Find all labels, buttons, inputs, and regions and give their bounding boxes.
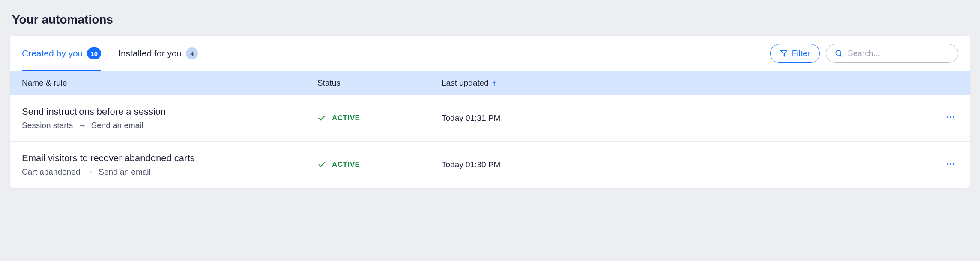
table-header: Name & rule Status Last updated ↑ bbox=[10, 71, 970, 95]
rule-trigger: Session starts bbox=[22, 121, 73, 130]
controls: Filter bbox=[770, 44, 958, 63]
more-horizontal-icon bbox=[945, 112, 956, 122]
status-badge: ACTIVE bbox=[317, 160, 442, 169]
tabs: Created by you 10 Installed for you 4 bbox=[22, 36, 198, 71]
svg-point-7 bbox=[950, 163, 951, 165]
svg-point-8 bbox=[953, 163, 954, 165]
arrow-right-icon: → bbox=[78, 121, 86, 130]
more-actions-button[interactable] bbox=[945, 159, 956, 169]
tab-label: Installed for you bbox=[118, 48, 182, 59]
svg-point-6 bbox=[947, 163, 948, 165]
column-updated-label: Last updated bbox=[442, 78, 489, 88]
column-status[interactable]: Status bbox=[317, 78, 442, 88]
rule-trigger: Cart abandoned bbox=[22, 167, 80, 177]
cell-name: Send instructions before a session Sessi… bbox=[22, 106, 317, 130]
rule-action: Send an email bbox=[99, 167, 150, 177]
status-label: ACTIVE bbox=[332, 114, 360, 122]
filter-label: Filter bbox=[792, 49, 810, 58]
search-wrap[interactable] bbox=[826, 44, 958, 63]
page-title: Your automations bbox=[0, 0, 980, 35]
column-name[interactable]: Name & rule bbox=[22, 78, 317, 88]
tabs-row: Created by you 10 Installed for you 4 Fi… bbox=[10, 36, 970, 71]
more-actions-button[interactable] bbox=[945, 112, 956, 122]
table-row[interactable]: Send instructions before a session Sessi… bbox=[10, 95, 970, 142]
rule-action: Send an email bbox=[91, 121, 143, 130]
table-row[interactable]: Email visitors to recover abandoned cart… bbox=[10, 142, 970, 188]
filter-button[interactable]: Filter bbox=[770, 44, 820, 63]
svg-line-2 bbox=[840, 55, 841, 56]
status-badge: ACTIVE bbox=[317, 114, 442, 122]
automation-rule: Cart abandoned → Send an email bbox=[22, 167, 317, 177]
cell-status: ACTIVE bbox=[317, 114, 442, 122]
check-icon bbox=[317, 160, 326, 169]
cell-updated: Today 01:31 PM bbox=[442, 113, 945, 123]
tab-created-by-you[interactable]: Created by you 10 bbox=[22, 36, 101, 71]
check-icon bbox=[317, 114, 326, 122]
column-updated[interactable]: Last updated ↑ bbox=[442, 78, 958, 88]
svg-point-5 bbox=[953, 116, 954, 118]
more-horizontal-icon bbox=[945, 159, 956, 169]
filter-icon bbox=[780, 50, 788, 57]
cell-status: ACTIVE bbox=[317, 160, 442, 169]
search-input[interactable] bbox=[848, 49, 949, 58]
updated-text: Today 01:31 PM bbox=[442, 113, 500, 123]
svg-point-4 bbox=[950, 116, 951, 118]
svg-point-3 bbox=[947, 116, 948, 118]
automations-card: Created by you 10 Installed for you 4 Fi… bbox=[9, 35, 971, 189]
automation-name: Send instructions before a session bbox=[22, 106, 317, 117]
sort-arrow-up-icon: ↑ bbox=[492, 79, 496, 87]
cell-name: Email visitors to recover abandoned cart… bbox=[22, 153, 317, 177]
updated-text: Today 01:30 PM bbox=[442, 160, 500, 169]
arrow-right-icon: → bbox=[85, 167, 93, 177]
automation-name: Email visitors to recover abandoned cart… bbox=[22, 153, 317, 164]
svg-marker-0 bbox=[780, 50, 787, 56]
tab-count-badge: 4 bbox=[186, 47, 198, 59]
cell-updated: Today 01:30 PM bbox=[442, 160, 945, 169]
tab-count-badge: 10 bbox=[87, 47, 101, 59]
tab-installed-for-you[interactable]: Installed for you 4 bbox=[118, 36, 198, 71]
automation-rule: Session starts → Send an email bbox=[22, 121, 317, 130]
status-label: ACTIVE bbox=[332, 160, 360, 169]
tab-label: Created by you bbox=[22, 48, 83, 59]
search-icon bbox=[835, 50, 843, 57]
